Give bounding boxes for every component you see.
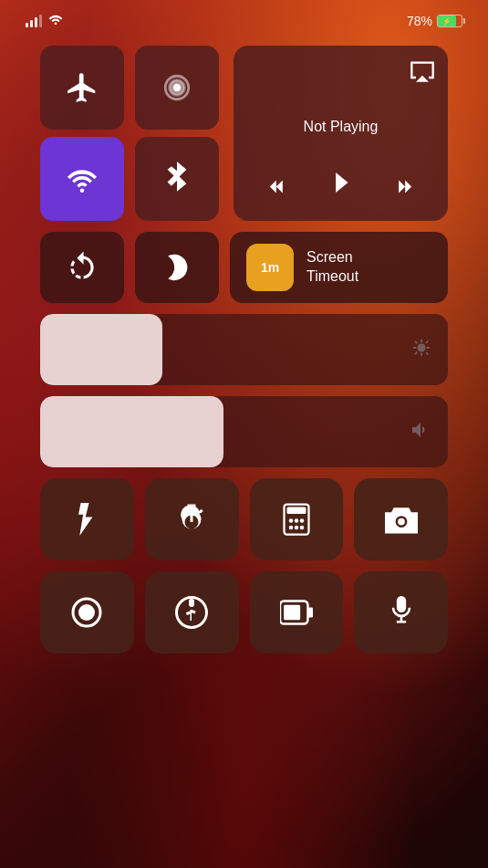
- not-playing-label: Not Playing: [246, 111, 435, 142]
- svg-point-3: [289, 518, 294, 523]
- battery-percentage: 78%: [407, 14, 432, 28]
- volume-track: [40, 396, 448, 467]
- cellular-button[interactable]: [135, 46, 219, 130]
- connectivity-grid: [40, 46, 223, 221]
- flashlight-button[interactable]: [40, 478, 134, 560]
- screen-record-button[interactable]: [40, 571, 134, 654]
- brightness-track: [40, 314, 448, 385]
- svg-point-5: [300, 518, 305, 523]
- microphone-button[interactable]: [354, 571, 448, 654]
- charging-bolt-icon: ⚡: [442, 16, 452, 25]
- svg-rect-14: [284, 605, 300, 621]
- timeout-badge: 1m: [246, 244, 294, 291]
- battery-icon: ⚡: [437, 15, 462, 27]
- brightness-icon: [411, 338, 431, 362]
- screen-timeout-card[interactable]: 1m Screen Timeout: [230, 232, 448, 303]
- calculator-button[interactable]: [250, 478, 344, 560]
- bottom-icons-row1: [40, 478, 448, 560]
- fast-forward-button[interactable]: [388, 170, 421, 202]
- volume-icon: [410, 421, 431, 444]
- status-bar: 78% ⚡: [0, 13, 488, 28]
- timeout-title: Screen: [306, 248, 358, 267]
- battery-fill: ⚡: [438, 16, 456, 26]
- connectivity-media-row: Not Playing: [40, 46, 448, 221]
- rotation-lock-button[interactable]: [40, 232, 124, 303]
- bluetooth-button[interactable]: [135, 137, 219, 221]
- status-right: 78% ⚡: [407, 14, 462, 28]
- timer-button[interactable]: [145, 478, 239, 560]
- airplane-mode-button[interactable]: [40, 46, 124, 130]
- camera-button[interactable]: [354, 478, 448, 560]
- status-left: [26, 13, 64, 28]
- brightness-slider[interactable]: [40, 314, 448, 385]
- svg-point-8: [300, 526, 305, 530]
- svg-rect-13: [307, 607, 313, 617]
- volume-slider[interactable]: [40, 396, 448, 467]
- volume-fill: [40, 396, 223, 467]
- svg-point-6: [289, 526, 294, 530]
- control-center: Not Playing: [40, 46, 448, 654]
- wifi-status-icon: [47, 13, 64, 28]
- rewind-button[interactable]: [261, 170, 294, 202]
- svg-rect-15: [396, 596, 405, 612]
- svg-point-4: [295, 518, 299, 523]
- signal-bars-icon: [26, 15, 42, 27]
- accessibility-button[interactable]: [145, 571, 239, 654]
- utilities-row: 1m Screen Timeout: [40, 232, 448, 303]
- media-header: [246, 58, 435, 89]
- play-button[interactable]: [323, 163, 358, 208]
- bottom-icons-row2: [40, 571, 448, 654]
- battery-button[interactable]: [250, 571, 344, 654]
- svg-point-7: [295, 526, 299, 530]
- airplay-icon[interactable]: [410, 58, 435, 89]
- media-card: Not Playing: [234, 46, 448, 221]
- svg-rect-2: [286, 507, 306, 515]
- wifi-toggle-button[interactable]: [40, 137, 124, 221]
- brightness-fill: [40, 314, 162, 385]
- svg-point-10: [78, 604, 95, 621]
- media-controls: [246, 163, 435, 208]
- timeout-subtitle: Timeout: [306, 267, 358, 287]
- do-not-disturb-button[interactable]: [135, 232, 219, 303]
- timeout-label-group: Screen Timeout: [306, 248, 358, 287]
